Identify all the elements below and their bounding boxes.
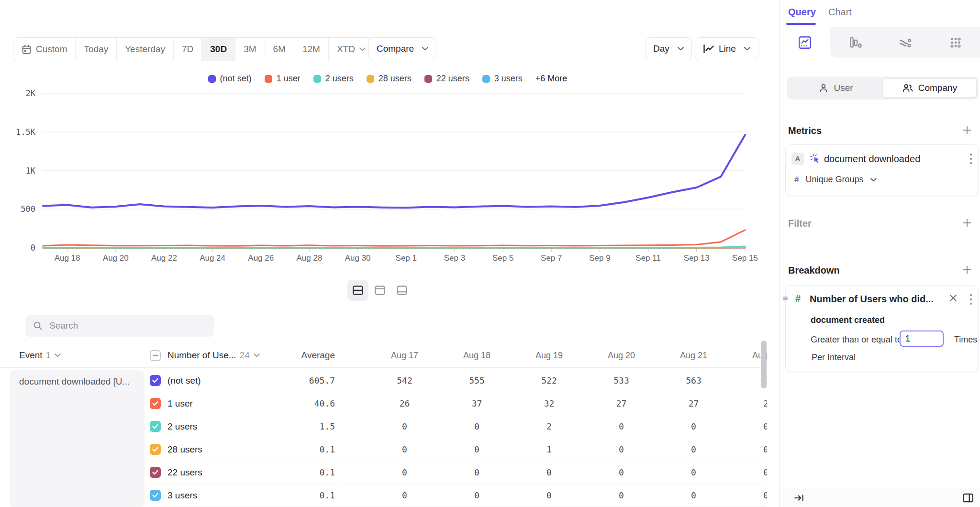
x-axis-tick-label: Aug 22	[141, 254, 187, 263]
row-checkbox[interactable]	[150, 467, 161, 478]
row-checkbox[interactable]	[150, 421, 161, 432]
layout-chart-only-button[interactable]	[369, 280, 390, 301]
range-button-30d[interactable]: 30D	[202, 38, 235, 61]
x-axis-tick-label: Sep 15	[722, 254, 768, 263]
cell-value: 563	[657, 369, 730, 392]
row-checkbox[interactable]	[150, 375, 161, 386]
event-column-header[interactable]: Event 1	[19, 343, 61, 367]
average-value: 0.1	[258, 438, 335, 461]
add-breakdown-button[interactable]	[962, 265, 972, 276]
range-button-6m[interactable]: 6M	[265, 38, 294, 61]
legend-item[interactable]: 28 users	[367, 74, 412, 84]
select-all-checkbox[interactable]	[150, 350, 161, 361]
legend-item[interactable]: 2 users	[313, 74, 354, 84]
range-label: Custom	[36, 44, 67, 55]
cell-value: 0	[730, 484, 767, 507]
add-metric-button[interactable]	[962, 125, 972, 137]
series-line--not-set-	[43, 135, 745, 208]
average-column-header: Average	[258, 343, 335, 367]
row-checkbox[interactable]	[150, 398, 161, 409]
range-button-xtd[interactable]: XTD	[329, 38, 374, 61]
y-axis-tick-label: 1K	[4, 166, 35, 176]
add-filter-button[interactable]	[962, 218, 972, 230]
chevron-down-icon	[678, 47, 684, 51]
close-icon[interactable]	[949, 294, 957, 304]
compare-button[interactable]: Compare	[368, 37, 436, 60]
legend-label: 1 user	[277, 74, 301, 84]
layout-table-only-button[interactable]	[391, 280, 412, 301]
breakdown-kebab-menu[interactable]	[969, 293, 972, 308]
series-label: 28 users	[167, 438, 202, 461]
cell-value: 2	[513, 415, 585, 438]
sidebar-toggle-icon[interactable]	[962, 493, 974, 505]
granularity-button[interactable]: Day	[645, 37, 692, 60]
users-header-label: Number of Use...	[167, 350, 236, 361]
results-table: Event 1 Number of Use... 24 Av	[0, 341, 767, 507]
chart-type-button[interactable]: Line	[695, 37, 758, 60]
view-tab-grid-chart[interactable]	[930, 27, 980, 58]
collapse-panel-icon[interactable]	[794, 493, 804, 505]
cell-value: 0	[441, 415, 513, 438]
line-chart-icon	[798, 35, 812, 50]
cell-value: 0	[657, 438, 730, 461]
date-column-header: Aug 19	[513, 343, 585, 367]
cell-value: 0	[585, 438, 657, 461]
hash-icon: #	[794, 175, 799, 185]
series-line-2-users	[43, 246, 745, 248]
row-checkbox[interactable]	[150, 444, 161, 455]
chart-view-tabs	[780, 27, 980, 58]
view-tab-bar-chart[interactable]	[830, 27, 880, 58]
scope-company-segment[interactable]: Company	[882, 78, 977, 98]
metric-name[interactable]: document downloaded	[824, 154, 920, 165]
chevron-down-icon	[744, 47, 750, 51]
view-tab-flow-chart[interactable]	[880, 27, 930, 58]
range-button-3m[interactable]: 3M	[235, 38, 265, 61]
x-axis-tick-label: Aug 30	[335, 254, 381, 263]
metric-aggregation-selector[interactable]: # Unique Groups	[794, 175, 877, 185]
range-button-7d[interactable]: 7D	[174, 38, 202, 61]
range-label: Yesterday	[125, 44, 165, 55]
cell-value: 32	[513, 392, 585, 415]
tab-query[interactable]: Query	[788, 7, 816, 18]
range-button-yesterday[interactable]: Yesterday	[117, 38, 174, 61]
x-axis-tick-label: Sep 9	[577, 254, 623, 263]
date-column-header: Aug 18	[441, 343, 513, 367]
legend-item[interactable]: 3 users	[482, 74, 523, 84]
x-axis-tick-label: Sep 7	[528, 254, 574, 263]
users-column-header[interactable]: Number of Use... 24	[150, 343, 260, 367]
breakdown-event-name[interactable]: document created	[811, 315, 885, 325]
drag-handle-icon[interactable]	[782, 295, 789, 304]
legend-item[interactable]: 22 users	[424, 74, 469, 84]
row-checkbox[interactable]	[150, 490, 161, 501]
average-value: 40.6	[258, 392, 335, 415]
table-scrollbar[interactable]	[761, 341, 767, 388]
series-label: 22 users	[167, 461, 202, 484]
cell-value: 542	[368, 369, 441, 392]
range-button-today[interactable]: Today	[76, 38, 117, 61]
breakdown-name[interactable]: Number of Users who did...	[810, 294, 934, 305]
bar-chart-icon	[848, 35, 862, 50]
range-button-12m[interactable]: 12M	[294, 38, 329, 61]
chevron-down-icon	[870, 178, 877, 182]
chevron-down-icon	[359, 47, 366, 51]
breakdown-value-input[interactable]	[900, 331, 944, 347]
range-button-custom[interactable]: Custom	[13, 38, 76, 61]
legend-item[interactable]: 1 user	[265, 74, 301, 84]
series-line-1-user	[43, 230, 745, 246]
metric-card[interactable]: A document downloaded # Unique Groups	[785, 144, 979, 196]
legend-label: 2 users	[325, 74, 354, 84]
query-panel: Query Chart	[779, 0, 980, 507]
breakdown-card[interactable]: # Number of Users who did... document cr…	[785, 285, 979, 372]
scope-company-label: Company	[918, 83, 957, 93]
metric-kebab-menu[interactable]	[969, 153, 972, 167]
legend-more-button[interactable]: +6 More	[535, 74, 568, 84]
metrics-title: Metrics	[788, 125, 822, 136]
tab-chart[interactable]: Chart	[828, 7, 852, 18]
search-input[interactable]	[48, 320, 206, 331]
cell-value: 533	[585, 369, 657, 392]
x-axis-tick-label: Aug 26	[238, 254, 284, 263]
legend-item[interactable]: (not set)	[208, 74, 252, 84]
layout-split-button[interactable]	[347, 280, 368, 301]
view-tab-line-chart[interactable]	[780, 27, 830, 58]
scope-user-segment[interactable]: User	[789, 78, 882, 98]
